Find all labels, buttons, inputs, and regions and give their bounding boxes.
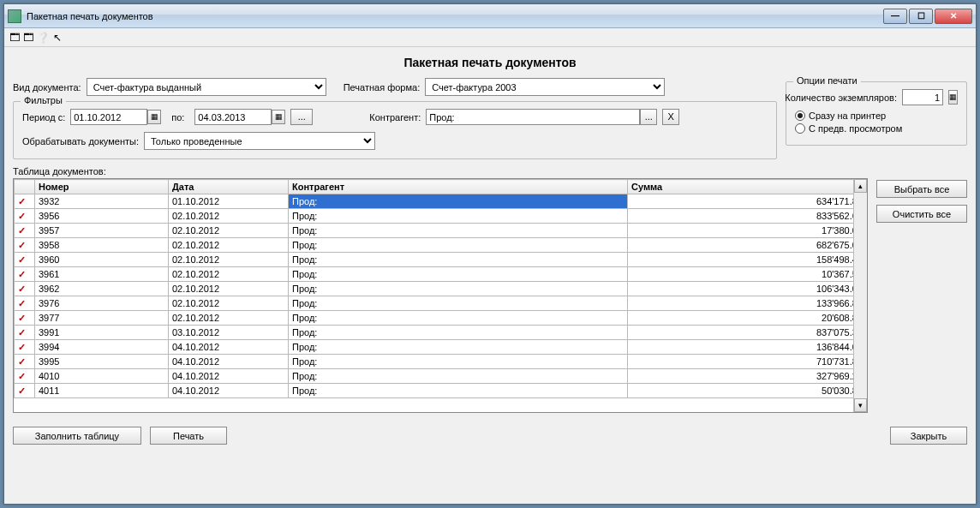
cell-contragent: Прод:: [289, 384, 628, 398]
select-all-button[interactable]: Выбрать все: [876, 180, 967, 198]
table-row[interactable]: ✓397702.10.2012Прод:20'608.80: [15, 311, 867, 326]
row-check-icon[interactable]: ✓: [15, 326, 35, 340]
calculator-icon[interactable]: ▦: [948, 90, 958, 105]
cell-date: 04.10.2012: [169, 355, 289, 369]
cell-sum: 20'608.80: [628, 311, 867, 326]
cell-sum: 710'731.84: [628, 355, 867, 369]
period-ellipsis-button[interactable]: ...: [290, 109, 313, 125]
cell-date: 02.10.2012: [169, 282, 289, 296]
table-row[interactable]: ✓395802.10.2012Прод:682'675.00: [15, 238, 867, 253]
toolbar-icon-1[interactable]: 🗔: [9, 32, 20, 44]
scroll-track[interactable]: [854, 193, 867, 398]
table-row[interactable]: ✓395702.10.2012Прод:17'380.00: [15, 224, 867, 238]
doc-type-label: Вид документа:: [13, 82, 81, 93]
cell-date: 04.10.2012: [169, 369, 289, 384]
radio-to-printer-icon: [795, 111, 805, 121]
minimize-button[interactable]: —: [883, 9, 907, 24]
cell-contragent: Прод:: [289, 238, 628, 253]
table-row[interactable]: ✓401004.10.2012Прод:327'969.26: [15, 369, 867, 384]
row-check-icon[interactable]: ✓: [15, 282, 35, 296]
col-contragent-header[interactable]: Контрагент: [289, 180, 628, 194]
period-to-input[interactable]: [194, 109, 272, 125]
calendar-from-icon[interactable]: ▦: [147, 110, 161, 124]
table-row[interactable]: ✓396002.10.2012Прод:158'498.42: [15, 253, 867, 267]
table-row[interactable]: ✓401104.10.2012Прод:50'030.89: [15, 384, 867, 398]
table-row[interactable]: ✓396202.10.2012Прод:106'343.00: [15, 282, 867, 296]
contragent-clear-button[interactable]: X: [662, 109, 679, 125]
col-date-header[interactable]: Дата: [169, 180, 289, 194]
contragent-ellipsis-button[interactable]: ...: [640, 109, 657, 125]
close-form-button[interactable]: Закрыть: [890, 427, 967, 445]
cell-sum: 833'562.65: [628, 209, 867, 224]
table-row[interactable]: ✓395602.10.2012Прод:833'562.65: [15, 209, 867, 224]
row-check-icon[interactable]: ✓: [15, 311, 35, 326]
toolbar-icon-2[interactable]: 🗔: [23, 32, 33, 44]
cell-contragent: Прод:: [289, 355, 628, 369]
radio-to-printer-label: Сразу на принтер: [809, 111, 886, 121]
period-from-input[interactable]: [70, 109, 147, 125]
calendar-to-icon[interactable]: ▦: [272, 110, 285, 124]
scroll-up-icon[interactable]: ▴: [854, 179, 867, 193]
documents-table[interactable]: Номер Дата Контрагент Сумма ✓393201.10.2…: [13, 178, 868, 413]
radio-with-preview-label: С предв. просмотром: [809, 123, 902, 134]
doc-type-select[interactable]: Счет-фактура выданный: [87, 78, 326, 96]
cell-contragent: Прод:: [289, 311, 628, 326]
radio-with-preview[interactable]: С предв. просмотром: [795, 123, 958, 134]
row-check-icon[interactable]: ✓: [15, 209, 35, 224]
print-form-select[interactable]: Счет-фактура 2003: [425, 78, 665, 96]
table-row[interactable]: ✓399103.10.2012Прод:837'075.33: [15, 326, 867, 340]
cell-sum: 634'171.80: [628, 194, 867, 209]
help-icon[interactable]: ❔: [37, 32, 50, 44]
table-row[interactable]: ✓399404.10.2012Прод:136'844.08: [15, 340, 867, 355]
cell-number: 3932: [35, 194, 169, 209]
cell-number: 4011: [35, 384, 169, 398]
process-docs-select[interactable]: Только проведенные: [144, 132, 375, 150]
table-row[interactable]: ✓397602.10.2012Прод:133'966.80: [15, 296, 867, 311]
row-check-icon[interactable]: ✓: [15, 296, 35, 311]
print-button[interactable]: Печать: [150, 427, 227, 445]
cell-date: 02.10.2012: [169, 296, 289, 311]
col-number-header[interactable]: Номер: [35, 180, 169, 194]
cell-sum: 17'380.00: [628, 224, 867, 238]
cell-date: 04.10.2012: [169, 340, 289, 355]
row-check-icon[interactable]: ✓: [15, 267, 35, 282]
cursor-icon[interactable]: ↖: [53, 32, 62, 44]
scroll-down-icon[interactable]: ▾: [854, 398, 867, 412]
fill-table-button[interactable]: Заполнить таблицу: [13, 427, 141, 445]
row-check-icon[interactable]: ✓: [15, 253, 35, 267]
cell-number: 3962: [35, 282, 169, 296]
row-check-icon[interactable]: ✓: [15, 224, 35, 238]
row-check-icon[interactable]: ✓: [15, 238, 35, 253]
radio-to-printer[interactable]: Сразу на принтер: [795, 111, 958, 121]
cell-date: 01.10.2012: [169, 194, 289, 209]
row-check-icon[interactable]: ✓: [15, 194, 35, 209]
col-sum-header[interactable]: Сумма: [628, 180, 867, 194]
contragent-input[interactable]: [426, 109, 640, 125]
window-controls: — ☐ ✕: [883, 9, 972, 24]
vertical-scrollbar[interactable]: ▴ ▾: [853, 179, 867, 412]
cell-sum: 133'966.80: [628, 296, 867, 311]
clear-all-button[interactable]: Очистить все: [876, 205, 967, 223]
row-check-icon[interactable]: ✓: [15, 340, 35, 355]
table-row[interactable]: ✓399504.10.2012Прод:710'731.84: [15, 355, 867, 369]
maximize-button[interactable]: ☐: [909, 9, 933, 24]
table-label: Таблица документов:: [13, 166, 967, 176]
close-button[interactable]: ✕: [935, 9, 972, 24]
table-row[interactable]: ✓393201.10.2012Прод:634'171.80: [15, 194, 867, 209]
app-icon: [8, 9, 21, 23]
cell-date: 03.10.2012: [169, 326, 289, 340]
row-check-icon[interactable]: ✓: [15, 355, 35, 369]
cell-number: 3977: [35, 311, 169, 326]
cell-contragent: Прод:: [289, 282, 628, 296]
table-row[interactable]: ✓396102.10.2012Прод:10'367.55: [15, 267, 867, 282]
cell-number: 3958: [35, 238, 169, 253]
cell-contragent: Прод:: [289, 253, 628, 267]
cell-contragent: Прод:: [289, 326, 628, 340]
row-check-icon[interactable]: ✓: [15, 384, 35, 398]
cell-number: 3960: [35, 253, 169, 267]
cell-sum: 158'498.42: [628, 253, 867, 267]
row-check-icon[interactable]: ✓: [15, 369, 35, 384]
cell-date: 02.10.2012: [169, 224, 289, 238]
copies-input[interactable]: [902, 89, 943, 105]
col-check-header[interactable]: [15, 180, 35, 194]
